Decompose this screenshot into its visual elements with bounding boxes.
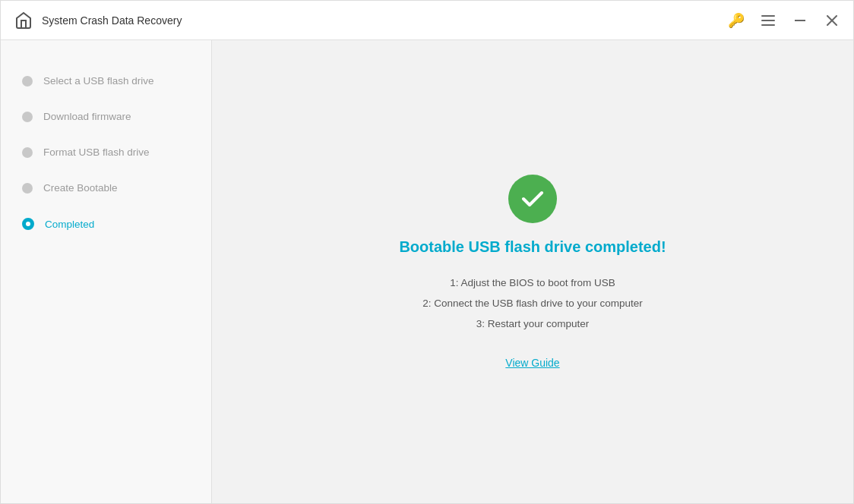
key-button[interactable]: 🔑 [727,11,745,30]
step-indicator-select-usb [22,76,33,87]
close-button[interactable] [823,11,841,30]
main-panel: Bootable USB flash drive completed! 1: A… [212,40,853,503]
instruction-step-2: 2: Connect the USB flash drive to your c… [422,298,643,309]
success-icon [508,175,557,223]
instructions-list: 1: Adjust the BIOS to boot from USB 2: C… [422,277,643,329]
sidebar-label-download-firmware: Download firmware [43,111,131,122]
content-area: Select a USB flash drive Download firmwa… [1,40,853,503]
minimize-button[interactable] [791,11,809,30]
step-indicator-format-usb [22,147,33,158]
svg-rect-3 [795,20,805,21]
sidebar-label-create-bootable: Create Bootable [43,182,118,194]
svg-rect-2 [761,24,775,26]
step-indicator-download-firmware [22,112,33,122]
sidebar-item-select-usb: Select a USB flash drive [1,63,211,99]
app-title: System Crash Data Recovery [42,14,727,27]
sidebar-item-completed: Completed [1,206,211,242]
step-number-3: 3: [476,318,485,329]
sidebar-item-create-bootable: Create Bootable [1,170,211,206]
step-indicator-create-bootable [22,183,33,194]
window-controls: 🔑 [727,11,841,30]
completion-card: Bootable USB flash drive completed! 1: A… [368,144,696,399]
sidebar-item-download-firmware: Download firmware [1,99,211,134]
sidebar-label-completed: Completed [45,219,94,230]
svg-rect-0 [761,15,775,17]
instruction-step-3: 3: Restart your computer [422,318,643,329]
sidebar-label-select-usb: Select a USB flash drive [43,75,154,87]
instruction-step-1: 1: Adjust the BIOS to boot from USB [422,277,643,288]
step-number-1: 1: [450,277,458,288]
step-number-2: 2: [422,298,431,309]
menu-button[interactable] [759,11,777,30]
step-indicator-completed [22,218,34,230]
svg-rect-1 [761,20,775,21]
sidebar-label-format-usb: Format USB flash drive [43,146,150,158]
step-text-1: Adjust the BIOS to boot from USB [460,277,615,288]
sidebar: Select a USB flash drive Download firmwa… [1,40,212,503]
titlebar: System Crash Data Recovery 🔑 [1,1,853,40]
step-text-3: Restart your computer [488,318,590,329]
app-icon [13,10,34,31]
sidebar-item-format-usb: Format USB flash drive [1,134,211,170]
step-text-2: Connect the USB flash drive to your comp… [434,298,643,309]
completion-title: Bootable USB flash drive completed! [399,238,666,256]
application-window: System Crash Data Recovery 🔑 [0,0,854,504]
view-guide-button[interactable]: View Guide [505,357,559,369]
